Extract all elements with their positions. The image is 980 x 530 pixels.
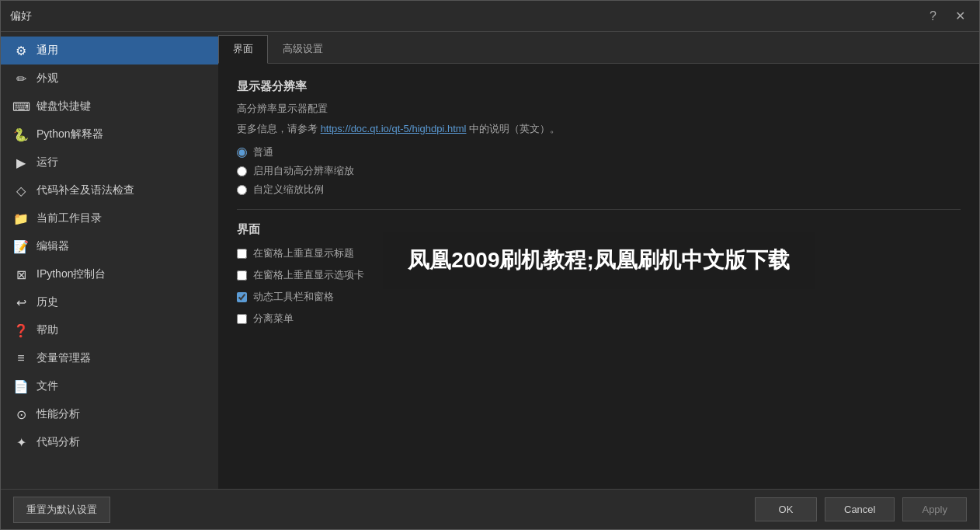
sidebar-label-python: Python解释器 bbox=[36, 127, 103, 141]
title-bar-controls: ? ✕ bbox=[925, 7, 970, 25]
sidebar-label-appearance: 外观 bbox=[36, 71, 58, 85]
checkbox-dynamic-toolbar-label: 动态工具栏和窗格 bbox=[253, 290, 334, 304]
keyboard-icon: ⌨ bbox=[13, 99, 29, 114]
tab-advanced[interactable]: 高级设置 bbox=[268, 35, 338, 63]
dpi-link[interactable]: https://doc.qt.io/qt-5/highdpi.html bbox=[321, 123, 467, 134]
editor-icon: 📝 bbox=[13, 239, 29, 254]
sidebar-item-codeanalysis[interactable]: ✦ 代码分析 bbox=[1, 428, 218, 456]
dpi-section-title: 显示器分辨率 bbox=[237, 79, 961, 94]
checkbox-vertical-tabs-input[interactable] bbox=[237, 270, 247, 281]
radio-custom-label: 自定义缩放比例 bbox=[253, 183, 324, 197]
ipython-icon: ⊠ bbox=[13, 267, 29, 282]
sidebar-label-workdir: 当前工作目录 bbox=[36, 211, 102, 225]
sidebar-item-help[interactable]: ❓ 帮助 bbox=[1, 316, 218, 344]
sidebar-item-ipython[interactable]: ⊠ IPython控制台 bbox=[1, 260, 218, 288]
sidebar-item-run[interactable]: ▶ 运行 bbox=[1, 148, 218, 176]
bottom-bar: 重置为默认设置 OK Cancel Apply bbox=[1, 489, 979, 529]
sidebar-item-completion[interactable]: ◇ 代码补全及语法检查 bbox=[1, 176, 218, 204]
info-prefix: 更多信息，请参考 bbox=[237, 123, 321, 134]
folder-icon: 📁 bbox=[13, 211, 29, 226]
close-button[interactable]: ✕ bbox=[950, 7, 970, 25]
help-button[interactable]: ? bbox=[925, 8, 941, 25]
radio-custom[interactable]: 自定义缩放比例 bbox=[237, 183, 961, 197]
radio-custom-input[interactable] bbox=[237, 185, 247, 195]
varmanager-icon: ≡ bbox=[13, 350, 29, 366]
sidebar-item-history[interactable]: ↩ 历史 bbox=[1, 288, 218, 316]
divider bbox=[237, 209, 961, 210]
tabs-bar: 界面 高级设置 bbox=[218, 32, 979, 64]
sidebar-item-files[interactable]: 📄 文件 bbox=[1, 372, 218, 400]
history-icon: ↩ bbox=[13, 295, 29, 310]
dialog-title: 偏好 bbox=[10, 9, 32, 23]
sidebar-label-completion: 代码补全及语法检查 bbox=[36, 183, 134, 197]
sidebar-label-editor: 编辑器 bbox=[36, 239, 69, 253]
checkbox-vertical-title[interactable]: 在窗格上垂直显示标题 bbox=[237, 246, 961, 260]
sidebar-label-history: 历史 bbox=[36, 295, 58, 309]
codeanalysis-icon: ✦ bbox=[13, 434, 29, 450]
sidebar-label-help: 帮助 bbox=[36, 323, 58, 337]
radio-auto-hidpi[interactable]: 启用自动高分辨率缩放 bbox=[237, 164, 961, 178]
run-icon: ▶ bbox=[13, 155, 29, 170]
checkbox-detach-menu-label: 分离菜单 bbox=[253, 312, 294, 326]
content-area: 凤凰2009刷机教程;凤凰刷机中文版下载 界面 高级设置 显示器分辨率 高分辨率… bbox=[218, 32, 979, 489]
checkbox-detach-menu[interactable]: 分离菜单 bbox=[237, 312, 961, 326]
title-bar: 偏好 ? ✕ bbox=[1, 1, 979, 32]
info-suffix: 中的说明（英文）。 bbox=[467, 123, 561, 134]
sidebar-label-files: 文件 bbox=[36, 379, 58, 393]
checkbox-dynamic-toolbar-input[interactable] bbox=[237, 292, 247, 302]
sidebar-item-varmanager[interactable]: ≡ 变量管理器 bbox=[1, 344, 218, 372]
bottom-right-buttons: OK Cancel Apply bbox=[755, 497, 967, 521]
tab-interface[interactable]: 界面 bbox=[218, 35, 268, 64]
sidebar: ⚙ 通用 ✏ 外观 ⌨ 键盘快捷键 🐍 Python解释器 ▶ 运行 ◇ 代码补… bbox=[1, 32, 218, 489]
sidebar-label-general: 通用 bbox=[36, 44, 58, 58]
help-icon: ❓ bbox=[13, 323, 29, 338]
sidebar-label-profiler: 性能分析 bbox=[36, 407, 80, 421]
sidebar-item-appearance[interactable]: ✏ 外观 bbox=[1, 65, 218, 92]
files-icon: 📄 bbox=[13, 378, 29, 394]
sidebar-label-ipython: IPython控制台 bbox=[36, 267, 106, 281]
sidebar-label-codeanalysis: 代码分析 bbox=[36, 435, 80, 449]
checkbox-dynamic-toolbar[interactable]: 动态工具栏和窗格 bbox=[237, 290, 961, 304]
main-content: ⚙ 通用 ✏ 外观 ⌨ 键盘快捷键 🐍 Python解释器 ▶ 运行 ◇ 代码补… bbox=[1, 32, 979, 489]
content-scroll: 显示器分辨率 高分辨率显示器配置 更多信息，请参考 https://doc.qt… bbox=[218, 64, 979, 489]
sidebar-label-keyboard: 键盘快捷键 bbox=[36, 99, 91, 113]
reset-button[interactable]: 重置为默认设置 bbox=[13, 497, 110, 523]
interface-section-title: 界面 bbox=[237, 222, 961, 237]
sidebar-label-run: 运行 bbox=[36, 155, 58, 169]
sidebar-item-workdir[interactable]: 📁 当前工作目录 bbox=[1, 204, 218, 232]
preferences-dialog: 偏好 ? ✕ ⚙ 通用 ✏ 外观 ⌨ 键盘快捷键 🐍 Python解释器 bbox=[0, 0, 980, 530]
python-icon: 🐍 bbox=[13, 127, 29, 142]
sidebar-item-python[interactable]: 🐍 Python解释器 bbox=[1, 120, 218, 148]
pencil-icon: ✏ bbox=[13, 71, 29, 86]
cancel-button[interactable]: Cancel bbox=[825, 497, 895, 521]
dpi-info-line: 更多信息，请参考 https://doc.qt.io/qt-5/highdpi.… bbox=[237, 122, 961, 136]
sidebar-item-profiler[interactable]: ⊙ 性能分析 bbox=[1, 400, 218, 428]
completion-icon: ◇ bbox=[13, 183, 29, 198]
radio-normal[interactable]: 普通 bbox=[237, 145, 961, 159]
dpi-radio-group: 普通 启用自动高分辨率缩放 自定义缩放比例 bbox=[237, 145, 961, 197]
radio-normal-input[interactable] bbox=[237, 148, 247, 158]
radio-auto-hidpi-input[interactable] bbox=[237, 166, 247, 176]
ok-button[interactable]: OK bbox=[755, 497, 817, 521]
checkbox-vertical-tabs[interactable]: 在窗格上垂直显示选项卡 bbox=[237, 268, 961, 282]
sidebar-item-editor[interactable]: 📝 编辑器 bbox=[1, 232, 218, 260]
radio-normal-label: 普通 bbox=[253, 145, 273, 159]
profiler-icon: ⊙ bbox=[13, 406, 29, 422]
apply-button[interactable]: Apply bbox=[902, 497, 967, 521]
gear-icon: ⚙ bbox=[13, 43, 29, 58]
sidebar-label-varmanager: 变量管理器 bbox=[36, 351, 91, 365]
checkbox-vertical-title-label: 在窗格上垂直显示标题 bbox=[253, 246, 354, 260]
checkbox-vertical-tabs-label: 在窗格上垂直显示选项卡 bbox=[253, 268, 364, 282]
checkbox-vertical-title-input[interactable] bbox=[237, 249, 247, 259]
sidebar-item-keyboard[interactable]: ⌨ 键盘快捷键 bbox=[1, 92, 218, 120]
dpi-section-subtitle: 高分辨率显示器配置 bbox=[237, 102, 961, 116]
radio-auto-hidpi-label: 启用自动高分辨率缩放 bbox=[253, 164, 354, 178]
sidebar-item-general[interactable]: ⚙ 通用 bbox=[1, 37, 218, 65]
checkbox-detach-menu-input[interactable] bbox=[237, 314, 247, 324]
